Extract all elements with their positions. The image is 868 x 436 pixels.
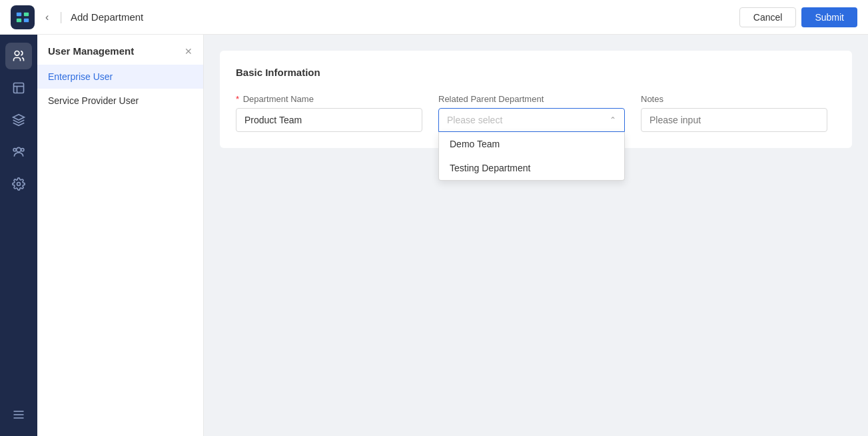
select-trigger[interactable]: Please select ⌃ xyxy=(438,108,625,132)
sidebar-item-service-provider-user[interactable]: Service Provider User xyxy=(37,89,203,113)
chevron-up-icon: ⌃ xyxy=(610,115,616,125)
nav-icon-settings[interactable] xyxy=(5,171,32,197)
svg-point-10 xyxy=(17,183,21,186)
notes-label: Notes xyxy=(641,94,827,104)
svg-rect-0 xyxy=(17,12,21,16)
header-actions: Cancel Submit xyxy=(739,7,857,27)
main-layout: User Management ✕ Enterprise User Servic… xyxy=(0,35,868,436)
sidebar-header: User Management ✕ xyxy=(37,45,203,65)
svg-point-8 xyxy=(13,149,16,151)
cancel-button[interactable]: Cancel xyxy=(739,7,797,27)
svg-point-9 xyxy=(21,149,24,151)
form-row: * Department Name Related Parent Departm… xyxy=(236,94,836,132)
sidebar-close-button[interactable]: ✕ xyxy=(185,46,193,57)
sidebar: User Management ✕ Enterprise User Servic… xyxy=(37,35,204,436)
dropdown-item-demo-team[interactable]: Demo Team xyxy=(439,132,624,156)
nav-icon-chart[interactable] xyxy=(5,75,32,101)
related-parent-department-group: Related Parent Department Please select … xyxy=(438,94,625,132)
notes-group: Notes xyxy=(641,94,827,132)
related-parent-department-label: Related Parent Department xyxy=(438,94,625,104)
content-area: Basic Information * Department Name Rela… xyxy=(204,35,868,436)
department-name-group: * Department Name xyxy=(236,94,422,132)
page-title: Add Department xyxy=(71,11,731,23)
related-parent-department-select[interactable]: Please select ⌃ Demo Team Testing Depart… xyxy=(438,108,625,132)
nav-icon-team[interactable] xyxy=(5,139,32,165)
nav-icon-layers[interactable] xyxy=(5,107,32,133)
svg-marker-6 xyxy=(13,115,25,120)
department-name-label: * Department Name xyxy=(236,94,422,104)
submit-button[interactable]: Submit xyxy=(801,7,857,27)
app-header: ‹ | Add Department Cancel Submit xyxy=(0,0,868,35)
notes-input[interactable] xyxy=(641,108,827,132)
sidebar-title: User Management xyxy=(48,45,134,57)
svg-rect-5 xyxy=(14,83,24,93)
svg-rect-2 xyxy=(17,18,21,22)
select-placeholder: Please select xyxy=(447,115,502,125)
svg-rect-1 xyxy=(24,12,29,16)
department-name-input[interactable] xyxy=(236,108,422,132)
form-card: Basic Information * Department Name Rela… xyxy=(220,51,852,148)
section-title: Basic Information xyxy=(236,67,836,78)
left-nav xyxy=(0,35,37,436)
svg-point-7 xyxy=(17,147,21,152)
dropdown-item-testing-department[interactable]: Testing Department xyxy=(439,156,624,180)
app-logo xyxy=(11,5,35,29)
nav-icon-users[interactable] xyxy=(5,43,32,69)
svg-rect-3 xyxy=(24,18,29,22)
dropdown-menu: Demo Team Testing Department xyxy=(438,132,625,181)
nav-icon-menu[interactable] xyxy=(5,401,32,428)
back-button[interactable]: ‹ xyxy=(43,9,51,26)
svg-point-4 xyxy=(15,51,19,56)
sidebar-item-enterprise-user[interactable]: Enterprise User xyxy=(37,65,203,89)
